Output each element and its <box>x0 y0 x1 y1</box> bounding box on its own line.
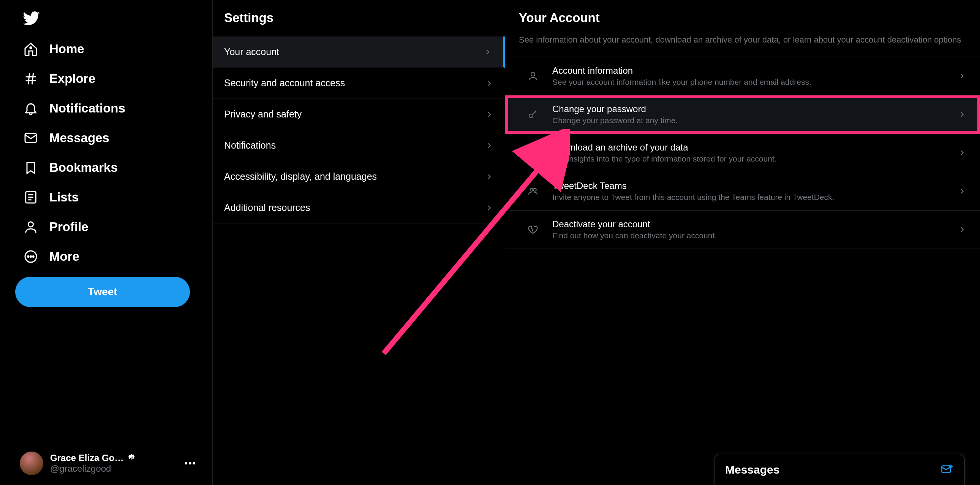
bell-icon <box>23 101 39 116</box>
nav-label: Home <box>49 42 84 56</box>
account-item-deactivate[interactable]: Deactivate your account Find out how you… <box>505 211 980 249</box>
profile-handle: @gracelizgood <box>50 463 136 474</box>
more-icon <box>23 249 39 265</box>
settings-column: Settings Your account Security and accou… <box>213 0 505 485</box>
verified-badge-icon <box>126 453 136 463</box>
profile-more-icon: ••• <box>185 458 200 469</box>
mail-icon <box>23 130 39 146</box>
detail-column: Your Account See information about your … <box>505 0 980 485</box>
settings-item-additional[interactable]: Additional resources <box>213 192 505 223</box>
account-item-title: Download an archive of your data <box>552 142 945 153</box>
account-item-sub: Invite anyone to Tweet from this account… <box>552 193 945 202</box>
account-item-info[interactable]: Account information See your account inf… <box>505 57 980 96</box>
compose-message-icon[interactable] <box>940 463 954 477</box>
nav-label: Explore <box>49 72 95 86</box>
nav-explore[interactable]: Explore <box>15 64 103 94</box>
chevron-right-icon <box>958 148 966 157</box>
chevron-right-icon <box>484 48 492 56</box>
drawer-title: Messages <box>725 463 780 476</box>
account-item-sub: Change your password at any time. <box>552 116 945 125</box>
settings-item-label: Your account <box>224 46 279 57</box>
download-icon <box>527 146 539 159</box>
account-item-sub: Get insights into the type of informatio… <box>552 154 945 163</box>
svg-point-6 <box>30 256 31 257</box>
nav-label: More <box>49 249 80 264</box>
chevron-right-icon <box>958 72 966 80</box>
profile-button[interactable]: Grace Eliza Go… @gracelizgood ••• <box>15 445 205 481</box>
chevron-right-icon <box>485 172 493 181</box>
settings-item-label: Additional resources <box>224 202 310 213</box>
account-item-password[interactable]: Change your password Change your passwor… <box>505 96 980 134</box>
chevron-right-icon <box>485 141 493 150</box>
account-item-tweetdeck[interactable]: TweetDeck Teams Invite anyone to Tweet f… <box>505 172 980 211</box>
settings-item-notifications[interactable]: Notifications <box>213 130 505 161</box>
account-item-sub: Find out how you can deactivate your acc… <box>552 231 945 240</box>
home-icon <box>23 41 39 57</box>
person-icon <box>23 219 39 235</box>
chevron-right-icon <box>485 79 493 88</box>
svg-point-5 <box>28 256 29 257</box>
svg-point-3 <box>28 222 33 227</box>
settings-item-your-account[interactable]: Your account <box>213 37 505 68</box>
settings-item-label: Notifications <box>224 140 276 151</box>
nav-lists[interactable]: Lists <box>15 182 86 212</box>
chevron-right-icon <box>958 110 966 119</box>
settings-item-privacy[interactable]: Privacy and safety <box>213 99 505 130</box>
detail-title: Your Account <box>505 0 980 29</box>
account-item-title: Account information <box>552 65 945 76</box>
key-icon <box>527 108 539 121</box>
nav-label: Notifications <box>49 101 125 116</box>
svg-point-0 <box>30 47 32 49</box>
nav-home[interactable]: Home <box>15 34 92 64</box>
chevron-right-icon <box>485 204 493 212</box>
nav-profile[interactable]: Profile <box>15 212 96 242</box>
chevron-right-icon <box>958 187 966 195</box>
heartbreak-icon <box>527 223 539 236</box>
profile-name: Grace Eliza Go… <box>50 453 123 463</box>
messages-drawer[interactable]: Messages <box>714 454 965 485</box>
svg-point-9 <box>529 114 533 118</box>
chevron-right-icon <box>485 110 493 119</box>
avatar <box>20 451 43 475</box>
detail-description: See information about your account, down… <box>505 29 980 57</box>
nav-notifications[interactable]: Notifications <box>15 94 133 123</box>
account-item-title: Deactivate your account <box>552 219 945 230</box>
svg-point-7 <box>33 256 34 257</box>
hash-icon <box>23 71 39 87</box>
tweet-button[interactable]: Tweet <box>15 277 190 307</box>
list-icon <box>23 189 39 205</box>
twitter-logo[interactable] <box>15 4 205 34</box>
settings-item-label: Security and account access <box>224 78 345 89</box>
svg-point-8 <box>531 72 535 76</box>
chevron-right-icon <box>958 225 966 234</box>
nav-label: Messages <box>49 131 110 145</box>
account-item-title: TweetDeck Teams <box>552 180 945 191</box>
settings-item-label: Privacy and safety <box>224 109 302 120</box>
svg-point-11 <box>533 188 536 191</box>
nav-label: Bookmarks <box>49 160 118 175</box>
nav-label: Lists <box>49 190 79 204</box>
bookmark-icon <box>23 160 39 175</box>
account-item-title: Change your password <box>552 104 945 115</box>
people-icon <box>527 185 539 198</box>
settings-title: Settings <box>213 0 505 37</box>
svg-point-10 <box>530 188 533 191</box>
settings-item-accessibility[interactable]: Accessibility, display, and languages <box>213 161 505 192</box>
sidebar: Home Explore Notifications Messages Book <box>0 0 213 485</box>
settings-item-label: Accessibility, display, and languages <box>224 171 377 182</box>
nav-more[interactable]: More <box>15 242 87 271</box>
nav-messages[interactable]: Messages <box>15 123 117 153</box>
person-icon <box>527 70 539 83</box>
nav-label: Profile <box>49 220 89 234</box>
account-item-download[interactable]: Download an archive of your data Get ins… <box>505 134 980 172</box>
nav-bookmarks[interactable]: Bookmarks <box>15 153 125 182</box>
settings-item-security[interactable]: Security and account access <box>213 68 505 99</box>
account-item-sub: See your account information like your p… <box>552 78 945 87</box>
